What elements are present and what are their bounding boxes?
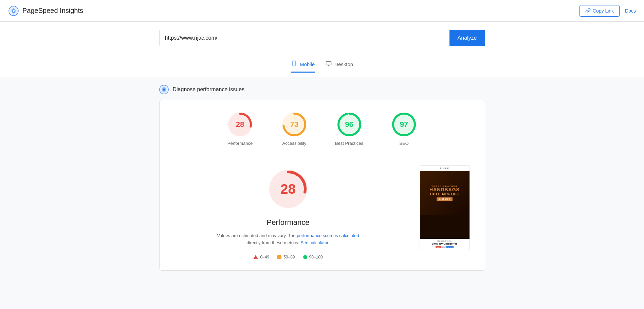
perf-desc-suffix: . [328, 240, 330, 245]
svg-point-1 [13, 10, 15, 12]
accessibility-score: 73 [290, 120, 298, 129]
screenshot-frame: RIJAC VEGAN LEATHER HANDBAGS UPTO 60% OF… [420, 165, 470, 250]
perf-desc-mid: directly from these metrics. [246, 240, 300, 245]
analyze-button[interactable]: Analyze [449, 30, 485, 46]
legend-needs-improvement: 50–89 [277, 255, 295, 259]
seo-circle: 97 [390, 111, 418, 138]
results-section: 28 Performance 73 Accessibility [0, 100, 644, 277]
tab-desktop-label: Desktop [334, 61, 353, 67]
score-item-performance: 28 Performance [226, 111, 254, 146]
screenshot-body: TRENDING TODAY Shop By Categories SALE N… [420, 239, 470, 250]
copy-link-button[interactable]: Copy Link [579, 5, 620, 17]
screenshot-nav-bar: RIJAC [420, 166, 470, 171]
good-icon [303, 255, 307, 259]
performance-label: Performance [227, 141, 253, 146]
perf-desc-prefix: Values are estimated and may vary. The [217, 233, 297, 238]
accessibility-label: Accessibility [282, 141, 307, 146]
perf-score-link[interactable]: performance score is calculated [297, 233, 359, 238]
poor-range: 0–49 [260, 255, 269, 259]
performance-detail: 28 Performance Values are estimated and … [160, 154, 485, 270]
best-practices-circle: 96 [336, 111, 363, 138]
url-input[interactable] [159, 30, 449, 46]
score-item-best-practices: 96 Best Practices [335, 111, 363, 146]
results-card: 28 Performance 73 Accessibility [159, 100, 485, 271]
diagnose-container: Diagnose performance issues [159, 85, 485, 94]
poor-icon [253, 255, 258, 259]
best-practices-label: Best Practices [335, 141, 363, 146]
mobile-icon [291, 60, 297, 68]
header-logo-area: PageSpeed Insights [8, 5, 83, 16]
legend-poor: 0–49 [253, 255, 269, 259]
tab-mobile[interactable]: Mobile [291, 57, 315, 73]
banner-discount: UPTO 60% OFF [430, 192, 459, 196]
shop-categories-title: Shop By Categories [421, 242, 468, 245]
desktop-icon [326, 60, 332, 68]
best-practices-score: 96 [345, 120, 353, 129]
handbag-promo: VEGAN LEATHER HANDBAGS UPTO 60% OFF SHOP… [420, 171, 470, 215]
copy-link-label: Copy Link [593, 8, 614, 14]
diagnose-section: Diagnose performance issues [0, 77, 644, 100]
score-legend: 0–49 50–89 90–100 [253, 255, 323, 259]
screenshot-banner: VEGAN LEATHER HANDBAGS UPTO 60% OFF SHOP… [420, 171, 470, 239]
svg-rect-4 [326, 61, 331, 65]
score-item-accessibility: 73 Accessibility [281, 111, 308, 146]
banner-cta: SHOP NOW [437, 197, 453, 201]
performance-score: 28 [236, 120, 244, 129]
cat-badge-sale: SALE [436, 246, 440, 248]
diagnose-icon [159, 85, 169, 94]
banner-title: HANDBAGS [429, 187, 460, 192]
cat-badge-new: NEW [441, 246, 446, 248]
link-icon [585, 8, 591, 14]
screenshot-brand: RIJAC [440, 167, 449, 169]
screenshot-preview: RIJAC VEGAN LEATHER HANDBAGS UPTO 60% OF… [420, 165, 474, 259]
perf-calculator-link[interactable]: See calculator [300, 240, 328, 245]
tabs-section: Mobile Desktop [0, 53, 644, 77]
cat-badge-return: RETURN [446, 246, 454, 248]
perf-title: Performance [267, 218, 310, 227]
perf-description: Values are estimated and may vary. The p… [217, 232, 360, 247]
svg-point-9 [163, 89, 165, 91]
perf-left-panel: 28 Performance Values are estimated and … [170, 165, 406, 259]
cat-labels: SALE NEW RETURN [421, 246, 468, 248]
accessibility-circle: 73 [281, 111, 308, 138]
performance-circle: 28 [226, 111, 254, 138]
tab-desktop[interactable]: Desktop [326, 57, 353, 73]
docs-link[interactable]: Docs [625, 8, 636, 14]
pagespeed-logo-icon [8, 5, 19, 16]
diagnose-title: Diagnose performance issues [173, 86, 245, 93]
big-performance-score: 28 [280, 181, 296, 197]
scores-row: 28 Performance 73 Accessibility [160, 100, 485, 154]
good-range: 90–100 [309, 255, 323, 259]
legend-good: 90–100 [303, 255, 323, 259]
header-actions: Copy Link Docs [579, 5, 636, 17]
tab-mobile-label: Mobile [300, 61, 315, 67]
app-title: PageSpeed Insights [22, 7, 83, 15]
tabs-container: Mobile Desktop [291, 57, 353, 73]
big-performance-circle: 28 [264, 165, 312, 213]
search-section: Analyze [0, 22, 644, 53]
needs-improvement-range: 50–89 [283, 255, 295, 259]
search-container: Analyze [159, 30, 485, 46]
seo-label: SEO [399, 141, 408, 146]
app-header: PageSpeed Insights Copy Link Docs [0, 0, 644, 22]
seo-score: 97 [400, 120, 408, 129]
needs-improvement-icon [277, 255, 281, 259]
score-item-seo: 97 SEO [390, 111, 418, 146]
